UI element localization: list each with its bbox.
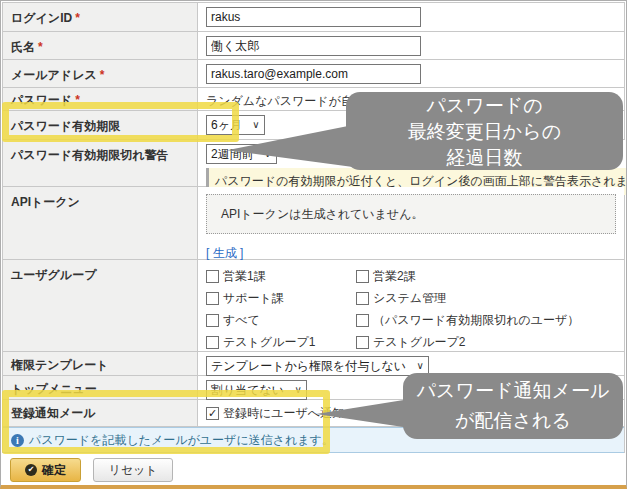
row-login-id: ログインID*: [3, 3, 624, 32]
login-id-input[interactable]: [206, 7, 421, 27]
permission-template-label: 権限テンプレート: [11, 358, 108, 372]
required-mark: *: [75, 93, 80, 107]
checkbox-sales-1[interactable]: 営業1課: [206, 267, 356, 285]
tooltip-password-expiry: パスワードの 最終変更日からの 経過日数: [346, 92, 623, 170]
checkbox-icon: [356, 292, 369, 305]
top-menu-select[interactable]: 割り当てない ∨: [206, 380, 307, 400]
email-label: メールアドレス: [11, 68, 97, 82]
password-expiry-warning-label: パスワード有効期限切れ警告: [11, 148, 168, 162]
row-user-group: ユーザグループ 営業1課 サポート課 すべて テストグループ1 営業2課 システ…: [3, 260, 624, 352]
email-input[interactable]: [206, 64, 421, 84]
submit-button[interactable]: ✔ 確定: [10, 458, 81, 482]
api-token-label: APIトークン: [11, 195, 80, 209]
user-registration-form: ログインID* 氏名* メールアドレス* パスワード* ランダムなパスワードが自…: [0, 0, 627, 489]
check-circle-icon: ✔: [25, 464, 37, 476]
tooltip-registration-mail: パスワード通知メール が配信される: [403, 373, 623, 439]
selected-value: 割り当てない: [207, 382, 290, 399]
user-group-label: ユーザグループ: [11, 268, 96, 282]
password-label: パスワード: [11, 93, 72, 107]
checkbox-icon: [206, 270, 219, 283]
password-expiry-select[interactable]: 6ヶ月 ∨: [206, 115, 265, 135]
checkbox-all[interactable]: すべて: [206, 311, 356, 329]
checkbox-icon: [356, 314, 369, 327]
checkbox-icon: [206, 314, 219, 327]
form-footer: ✔ 確定 リセット: [2, 453, 625, 486]
password-expiry-label: パスワード有効期限: [11, 119, 120, 133]
row-email: メールアドレス*: [3, 60, 624, 88]
permission-template-select[interactable]: テンプレートから権限を付与しない ∨: [206, 356, 429, 376]
selected-value: テンプレートから権限を付与しない: [207, 358, 412, 375]
required-mark: *: [100, 68, 105, 82]
checkbox-system-admin[interactable]: システム管理: [356, 289, 616, 307]
checkbox-password-expired-users[interactable]: （パスワード有効期限切れのユーザ）: [356, 311, 616, 329]
full-name-input[interactable]: [206, 36, 421, 56]
checkbox-icon: [206, 336, 219, 349]
checkbox-icon: [356, 336, 369, 349]
required-mark: *: [38, 40, 43, 54]
api-token-status-box: APIトークンは生成されていません。: [206, 194, 616, 234]
reset-button[interactable]: リセット: [93, 458, 172, 482]
full-name-label: 氏名: [11, 40, 35, 54]
row-api-token: APIトークン APIトークンは生成されていません。 [ 生成 ]: [3, 187, 624, 260]
chevron-down-icon: ∨: [290, 381, 306, 399]
top-menu-label: トップメニュー: [11, 382, 97, 396]
checkbox-support[interactable]: サポート課: [206, 289, 356, 307]
checkbox-icon: [206, 292, 219, 305]
api-token-status: APIトークンは生成されていません。: [221, 206, 423, 223]
info-bar-text: パスワードを記載したメールがユーザに送信されます。: [29, 432, 334, 449]
checkbox-test-group-1[interactable]: テストグループ1: [206, 333, 356, 351]
selected-value: 6ヶ月: [207, 117, 248, 134]
row-full-name: 氏名*: [3, 32, 624, 60]
chevron-down-icon: ∨: [248, 116, 264, 134]
checkbox-sales-2[interactable]: 営業2課: [356, 267, 616, 285]
info-icon: i: [11, 434, 24, 447]
checkbox-test-group-2[interactable]: テストグループ2: [356, 333, 616, 351]
checkbox-checked-icon: ✓: [206, 407, 219, 420]
required-mark: *: [75, 11, 80, 25]
checkbox-icon: [356, 270, 369, 283]
registration-mail-label: 登録通知メール: [11, 406, 96, 420]
login-id-label: ログインID: [11, 11, 72, 25]
